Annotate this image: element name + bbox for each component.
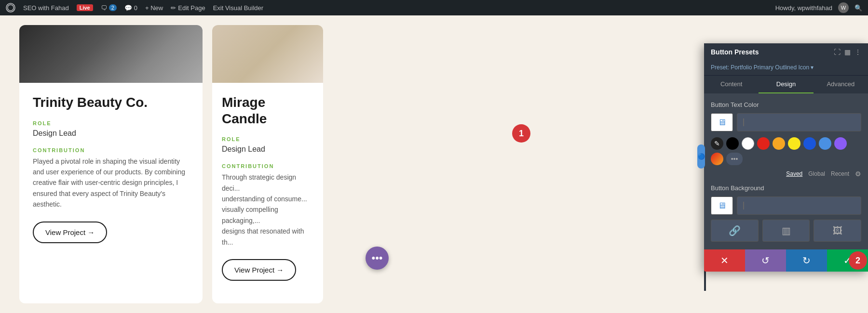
handle-icon: 🔵 <box>698 153 705 160</box>
swatch-purple[interactable] <box>834 137 847 150</box>
card-2-title: Mirage Candle <box>222 94 313 127</box>
swatch-blue1[interactable] <box>803 137 816 150</box>
panel-resize-handle[interactable]: 🔵 <box>697 144 705 169</box>
panel-title: Button Presets <box>711 48 759 56</box>
card-2-body: Mirage Candle ROLE Design Lead CONTRIBUT… <box>212 83 323 292</box>
text-color-swatch-box[interactable]: 🖥 <box>711 113 733 131</box>
bg-label: Button Background <box>711 184 861 192</box>
avatar[interactable]: W <box>838 2 849 13</box>
card-1: Trinity Beauty Co. ROLE Design Lead CONT… <box>19 25 203 303</box>
fab-icon: ••• <box>371 252 382 264</box>
cancel-button[interactable]: ✕ <box>704 249 745 272</box>
howdy-text: Howdy, wpwithfahad <box>775 4 832 12</box>
swatch-tab-global[interactable]: Global <box>808 170 825 177</box>
image-type-gradient[interactable]: ▥ <box>762 220 810 242</box>
image-type-row: 🔗 ▥ 🖼 <box>711 220 861 242</box>
bg-picker-icon: 🖥 <box>718 201 726 211</box>
image-type-image[interactable]: 🖼 <box>814 220 861 242</box>
new-button[interactable]: + New <box>145 4 163 12</box>
badge-2: 2 <box>849 251 867 270</box>
card-2-role-label: ROLE <box>222 136 313 142</box>
swatch-tab-recent[interactable]: Recent <box>831 170 849 177</box>
panel-header: Button Presets ⛶ ▦ ⋮ <box>704 43 868 61</box>
swatch-red[interactable] <box>757 137 770 150</box>
edit-page-button[interactable]: ✏ Edit Page <box>171 4 205 12</box>
site-name[interactable]: SEO with Fahad <box>23 4 69 12</box>
swatch-yellow[interactable] <box>788 137 800 150</box>
comments-count: 2 <box>109 4 117 11</box>
wp-logo[interactable] <box>6 3 15 13</box>
swatch-orange[interactable] <box>773 137 785 150</box>
bg-color-swatch-box[interactable]: 🖥 <box>711 196 733 215</box>
admin-bar-right: Howdy, wpwithfahad W 🔍 <box>775 2 862 13</box>
card-1-role-label: ROLE <box>33 120 189 126</box>
card-2-role-text: Design Lead <box>222 145 313 154</box>
text-color-row: 🖥 <box>711 113 861 131</box>
live-badge-item[interactable]: Live <box>77 4 93 11</box>
badge-1: 1 <box>512 124 530 143</box>
card-1-contribution-text: Played a pivotal role in shaping the vis… <box>33 156 189 210</box>
preset-label[interactable]: Preset: Portfolio Primary Outlined Icon … <box>711 64 814 71</box>
bg-cursor <box>743 202 744 209</box>
admin-bar: SEO with Fahad Live 🗨 2 💬 0 + New ✏ Edit… <box>0 0 868 15</box>
card-1-role-text: Design Lead <box>33 129 189 138</box>
panel-body: Button Text Color 🖥 ✎ ••• Saved <box>704 93 868 249</box>
swatch-gradient[interactable] <box>711 153 723 165</box>
panel-expand-icon[interactable]: ⛶ <box>834 48 841 56</box>
swatch-edit-icon[interactable]: ✎ <box>711 137 723 150</box>
redo-button[interactable]: ↻ <box>786 249 827 272</box>
comments-item[interactable]: 🗨 2 <box>101 4 117 12</box>
bg-input-row: 🖥 <box>711 196 861 215</box>
card-1-view-button[interactable]: View Project → <box>33 222 107 243</box>
card-1-title: Trinity Beauty Co. <box>33 94 189 111</box>
card-2: Mirage Candle ROLE Design Lead CONTRIBUT… <box>212 25 323 303</box>
color-picker-icon: 🖥 <box>718 117 726 128</box>
card-2-contribution-label: CONTRIBUTION <box>222 163 313 169</box>
swatch-blue2[interactable] <box>819 137 831 150</box>
tab-advanced[interactable]: Advanced <box>814 76 868 93</box>
card-2-contribution-text: Through strategic design deci...understa… <box>222 172 313 248</box>
panel-header-icons: ⛶ ▦ ⋮ <box>834 48 861 56</box>
exit-builder-button[interactable]: Exit Visual Builder <box>213 4 264 12</box>
color-swatches-row: ✎ ••• <box>711 137 861 165</box>
swatch-black[interactable] <box>726 137 739 150</box>
panel-split-icon[interactable]: ▦ <box>844 48 851 56</box>
swatches-tabs: Saved Global Recent ⚙ <box>711 170 861 178</box>
image-type-color[interactable]: 🔗 <box>711 220 759 242</box>
fab-button[interactable]: ••• <box>366 247 389 270</box>
swatch-tab-saved[interactable]: Saved <box>786 170 802 177</box>
moderation-item[interactable]: 💬 0 <box>124 4 137 12</box>
tab-content[interactable]: Content <box>704 76 759 93</box>
bg-color-input[interactable] <box>737 196 861 215</box>
panel-menu-icon[interactable]: ⋮ <box>854 48 861 56</box>
panel-preset-bar: Preset: Portfolio Primary Outlined Icon … <box>704 61 868 76</box>
undo-button[interactable]: ↺ <box>745 249 786 272</box>
swatch-settings-icon[interactable]: ⚙ <box>855 170 861 178</box>
swatches-more-button[interactable]: ••• <box>726 153 743 165</box>
live-badge: Live <box>77 4 93 11</box>
text-color-label: Button Text Color <box>711 101 861 108</box>
card-1-image <box>19 25 203 83</box>
cursor <box>743 118 744 126</box>
swatch-white[interactable] <box>742 137 754 150</box>
tab-design[interactable]: Design <box>759 76 813 93</box>
presets-panel: Button Presets ⛶ ▦ ⋮ Preset: Portfolio P… <box>704 43 868 272</box>
card-2-view-button[interactable]: View Project → <box>222 259 296 281</box>
search-icon[interactable]: 🔍 <box>854 4 862 12</box>
card-1-contribution-label: CONTRIBUTION <box>33 147 189 153</box>
panel-tabs: Content Design Advanced <box>704 76 868 93</box>
text-color-input[interactable] <box>737 113 861 131</box>
panel-footer: ✕ ↺ ↻ ✓ <box>704 249 868 272</box>
card-1-body: Trinity Beauty Co. ROLE Design Lead CONT… <box>19 83 203 255</box>
card-2-image <box>212 25 323 83</box>
